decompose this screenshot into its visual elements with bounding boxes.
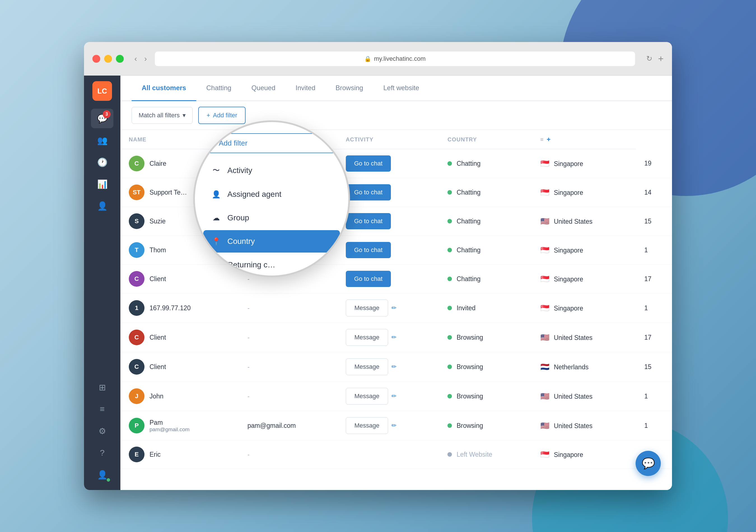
sidebar-item-reports[interactable]: 📊 <box>91 174 113 194</box>
match-all-label: Match all filters <box>139 112 180 119</box>
action-cell: Message ✏ <box>338 411 439 440</box>
visits-cell: 17 <box>636 265 672 293</box>
avatar: C <box>129 156 145 172</box>
message-button[interactable]: Message <box>346 329 388 346</box>
go-to-chat-button[interactable]: Go to chat <box>346 184 391 200</box>
filter-item-group[interactable]: ☁ Group <box>203 207 340 229</box>
filter-item-country-label: Country <box>228 237 255 246</box>
status-dot <box>447 423 452 428</box>
activity-icon: 〜 <box>211 166 221 175</box>
country-name: Singapore <box>554 189 583 196</box>
avatar: S <box>129 213 145 229</box>
edit-icon[interactable]: ✏ <box>392 392 396 400</box>
minimize-button[interactable] <box>104 55 112 63</box>
action-cell: Message ✏ <box>338 352 439 382</box>
edit-icon[interactable]: ✏ <box>392 334 396 341</box>
sidebar-item-avatar[interactable]: 👤 <box>91 465 113 484</box>
maximize-button[interactable] <box>116 55 124 63</box>
sidebar-item-apps[interactable]: ⊞ <box>91 378 113 397</box>
country-name: Singapore <box>554 247 583 254</box>
tab-left-website[interactable]: Left website <box>373 76 429 101</box>
col-activity: ACTIVITY <box>338 130 439 149</box>
visits-cell: 15 <box>636 352 672 382</box>
activity-label: Chatting <box>457 218 481 225</box>
message-button[interactable]: Message <box>346 359 388 375</box>
country-cell: 🇸🇬 Singapore <box>532 440 636 469</box>
activity-label: Chatting <box>457 189 481 196</box>
add-filter-inside-label: Add filter <box>219 139 248 147</box>
country-name: United States <box>554 218 592 225</box>
activity-label: Browsing <box>457 334 483 341</box>
filter-item-activity[interactable]: 〜 Activity <box>203 159 340 182</box>
visits-cell: 1 <box>636 411 672 440</box>
avatar: T <box>129 242 145 258</box>
sidebar-item-team[interactable]: 👤 <box>91 196 113 216</box>
table-row: E Eric - Left Website 🇸🇬 Singapore <box>121 440 672 469</box>
avatar: C <box>129 359 145 375</box>
go-to-chat-button[interactable]: Go to chat <box>346 242 391 258</box>
filter-item-country[interactable]: 📍 Country <box>203 230 340 253</box>
url-text: my.livechatinc.com <box>374 55 426 63</box>
country-cell: 🇸🇬 Singapore <box>532 178 636 207</box>
tab-browsing[interactable]: Browsing <box>325 76 373 101</box>
sidebar-item-menu[interactable]: ≡ <box>91 399 113 419</box>
tabs-bar: All customers Chatting Queued Invited Br… <box>121 76 672 101</box>
status-dot <box>447 277 452 281</box>
activity-cell: Chatting <box>439 178 532 207</box>
sidebar-item-customers[interactable]: 👥 <box>91 130 113 150</box>
table-row: J John - Message ✏ Browsing 🇺🇸 United St… <box>121 382 672 411</box>
go-to-chat-button[interactable]: Go to chat <box>346 155 391 172</box>
chevron-down-icon: ▾ <box>182 112 186 119</box>
add-column-icon[interactable]: + <box>547 136 551 143</box>
app-logo[interactable]: LC <box>93 81 112 101</box>
browser-window: ‹ › 🔒 my.livechatinc.com ↻ + LC 💬 3 👥 🕐 … <box>84 42 672 490</box>
refresh-button[interactable]: ↻ <box>646 54 652 63</box>
activity-label: Chatting <box>457 160 481 167</box>
tab-queued[interactable]: Queued <box>241 76 285 101</box>
sidebar-item-chat[interactable]: 💬 3 <box>91 109 113 128</box>
col-country: COUNTRY <box>439 130 532 149</box>
edit-icon[interactable]: ✏ <box>392 305 396 312</box>
address-bar[interactable]: 🔒 my.livechatinc.com <box>155 51 635 66</box>
close-button[interactable] <box>93 55 100 63</box>
online-dot <box>106 478 111 482</box>
table-row: C Client -Go to chat Chatting 🇸🇬 Singapo… <box>121 265 672 293</box>
traffic-lights <box>93 55 124 63</box>
sidebar-item-help[interactable]: ? <box>91 443 113 463</box>
filter-item-activity-label: Activity <box>228 166 252 175</box>
message-button[interactable]: Message <box>346 300 388 316</box>
tab-invited[interactable]: Invited <box>285 76 326 101</box>
back-button[interactable]: ‹ <box>132 53 139 65</box>
filter-item-assigned-agent[interactable]: 👤 Assigned agent <box>203 183 340 205</box>
message-button[interactable]: Message <box>346 388 388 405</box>
message-button[interactable]: Message <box>346 417 388 434</box>
country-name: United States <box>554 422 592 430</box>
edit-icon[interactable]: ✏ <box>392 363 396 370</box>
table-row: C Client - Message ✏ Browsing 🇺🇸 United … <box>121 323 672 352</box>
activity-cell: Chatting <box>439 207 532 236</box>
country-cell: 🇺🇸 United States <box>532 382 636 411</box>
activity-cell: Chatting <box>439 265 532 293</box>
new-tab-button[interactable]: + <box>658 53 663 64</box>
sidebar: LC 💬 3 👥 🕐 📊 👤 ⊞ ≡ ⚙ ? 👤 <box>84 76 121 490</box>
nav-buttons: ‹ › <box>132 53 149 65</box>
go-to-chat-button[interactable]: Go to chat <box>346 271 391 287</box>
add-filter-button[interactable]: + Add filter <box>198 107 246 124</box>
action-cell: Go to chat <box>338 178 439 207</box>
tab-all-customers[interactable]: All customers <box>132 76 196 101</box>
status-dot <box>447 161 452 166</box>
table-row: P Pam pam@gmail.com pam@gmail.com Messag… <box>121 411 672 440</box>
edit-icon[interactable]: ✏ <box>392 422 396 429</box>
name-cell: C Client <box>121 265 239 293</box>
table-row: 1 167.99.77.120 - Message ✏ Invited 🇸🇬 S… <box>121 293 672 323</box>
tab-chatting[interactable]: Chatting <box>196 76 241 101</box>
filter-item-returning-label: Returning c… <box>228 260 275 269</box>
sidebar-item-settings[interactable]: ⚙ <box>91 421 113 441</box>
sidebar-item-history[interactable]: 🕐 <box>91 152 113 172</box>
match-all-filters-button[interactable]: Match all filters ▾ <box>132 107 193 124</box>
status-dot <box>447 394 452 398</box>
forward-button[interactable]: › <box>142 53 149 65</box>
customer-name: Claire <box>149 160 166 168</box>
go-to-chat-button[interactable]: Go to chat <box>346 213 391 229</box>
chat-fab-button[interactable]: 💬 <box>635 451 661 476</box>
